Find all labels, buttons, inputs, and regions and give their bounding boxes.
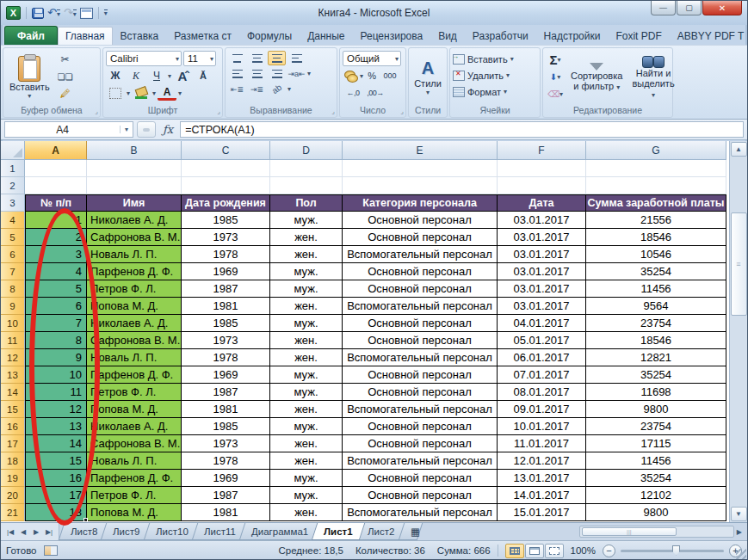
row-header-8[interactable]: 8 bbox=[1, 280, 25, 298]
align-left-button[interactable] bbox=[228, 66, 246, 81]
cell-F19[interactable]: 13.01.2017 bbox=[498, 470, 586, 487]
cell-C20[interactable]: 1987 bbox=[182, 487, 270, 504]
cell-E9[interactable]: Вспомогательный персонал bbox=[343, 298, 498, 315]
cell-B17[interactable]: Сафронова В. М. bbox=[87, 435, 182, 452]
cell-B9[interactable]: Попова М. Д. bbox=[87, 298, 182, 315]
cell-C11[interactable]: 1973 bbox=[182, 332, 270, 349]
cell-G16[interactable]: 23754 bbox=[586, 418, 726, 435]
row-header-12[interactable]: 12 bbox=[1, 349, 25, 366]
increase-font-button[interactable]: А̂ bbox=[173, 68, 192, 83]
find-select-button[interactable]: Найти ивыделить ▾ bbox=[628, 51, 677, 104]
cell-E10[interactable]: Основной персонал bbox=[343, 315, 498, 332]
copy-button[interactable]: ❏❏ bbox=[56, 69, 75, 84]
page-layout-view-button[interactable] bbox=[525, 544, 544, 558]
scroll-up-icon[interactable]: ▲ bbox=[731, 142, 747, 157]
cell-C18[interactable]: 1978 bbox=[182, 452, 270, 470]
cell-A14[interactable]: 11 bbox=[25, 384, 87, 401]
cell-F9[interactable]: 03.01.2017 bbox=[498, 298, 586, 315]
macro-record-icon[interactable] bbox=[44, 545, 58, 556]
cell-E6[interactable]: Вспомогательный персонал bbox=[343, 246, 498, 263]
row-header-9[interactable]: 9 bbox=[1, 298, 25, 315]
table-header-7[interactable]: Сумма заработной платы bbox=[586, 194, 726, 212]
cell-F8[interactable]: 03.01.2017 bbox=[498, 280, 586, 298]
cell-C13[interactable]: 1969 bbox=[182, 366, 270, 384]
cell-C15[interactable]: 1981 bbox=[182, 401, 270, 418]
cell-G19[interactable]: 35254 bbox=[586, 470, 726, 487]
select-all-corner[interactable] bbox=[1, 141, 25, 160]
format-cells-button[interactable]: Формат▾ bbox=[453, 83, 537, 100]
cell-D18[interactable]: жен. bbox=[270, 452, 343, 470]
column-header-A[interactable]: A bbox=[25, 141, 87, 160]
ribbon-tab-данные[interactable]: Данные bbox=[300, 27, 352, 45]
scroll-down-icon[interactable]: ▼ bbox=[731, 507, 747, 521]
horizontal-scroll-thumb[interactable]: ||| bbox=[582, 527, 677, 536]
zoom-level[interactable]: 100% bbox=[571, 545, 596, 556]
cell-C6[interactable]: 1978 bbox=[182, 246, 270, 263]
cell-A6[interactable]: 3 bbox=[25, 246, 87, 263]
cell-B19[interactable]: Парфенов Д. Ф. bbox=[87, 470, 182, 487]
cell-A10[interactable]: 7 bbox=[25, 315, 87, 332]
cell-A17[interactable]: 14 bbox=[25, 435, 87, 452]
column-header-E[interactable]: E bbox=[343, 141, 498, 160]
cell-A9[interactable]: 6 bbox=[25, 298, 87, 315]
close-button[interactable]: ✕ bbox=[702, 1, 742, 15]
bold-button[interactable]: Ж bbox=[106, 68, 125, 83]
first-sheet-icon[interactable]: |◀ bbox=[4, 528, 16, 536]
cell-D15[interactable]: жен. bbox=[270, 401, 343, 418]
column-header-B[interactable]: B bbox=[87, 141, 182, 160]
align-center-button[interactable] bbox=[248, 66, 266, 81]
row-header-3[interactable]: 3 bbox=[1, 194, 25, 212]
cell-D19[interactable]: муж. bbox=[270, 470, 343, 487]
cell-D13[interactable]: муж. bbox=[270, 366, 343, 384]
cell-F17[interactable]: 11.01.2017 bbox=[498, 435, 586, 452]
currency-format-button[interactable] bbox=[343, 68, 358, 83]
column-header-F[interactable]: F bbox=[498, 141, 586, 160]
increase-indent-button[interactable]: ⇥≣ bbox=[248, 82, 266, 96]
cell-D17[interactable]: жен. bbox=[270, 435, 343, 452]
fill-handle[interactable] bbox=[83, 518, 88, 522]
row-header-6[interactable]: 6 bbox=[1, 246, 25, 263]
cell-D7[interactable]: муж. bbox=[270, 263, 343, 280]
font-size-combo[interactable]: 11▾ bbox=[183, 51, 216, 66]
wrap-text-button[interactable] bbox=[287, 51, 306, 65]
row-header-14[interactable]: 14 bbox=[1, 384, 25, 401]
cell-D1[interactable] bbox=[270, 160, 343, 177]
ribbon-tab-abbyy-pdf-t[interactable]: ABBYY PDF T bbox=[670, 27, 748, 45]
cell-A16[interactable]: 13 bbox=[25, 418, 87, 435]
cell-D21[interactable]: жен. bbox=[270, 504, 343, 521]
column-header-G[interactable]: G bbox=[586, 141, 726, 160]
decrease-decimal-button[interactable]: ,00→ bbox=[365, 85, 386, 101]
cut-button[interactable]: ✂ bbox=[56, 52, 75, 67]
italic-button[interactable]: К bbox=[127, 68, 145, 83]
dialog-launcher-icon[interactable]: ⌟ bbox=[95, 108, 98, 115]
cell-B2[interactable] bbox=[87, 177, 182, 194]
font-color-button[interactable]: А bbox=[158, 85, 176, 101]
cell-E1[interactable] bbox=[343, 160, 498, 177]
cell-D6[interactable]: жен. bbox=[270, 246, 343, 263]
cell-F7[interactable]: 03.01.2017 bbox=[498, 263, 586, 280]
cell-F15[interactable]: 09.01.2017 bbox=[498, 401, 586, 418]
ribbon-tab-надстройки[interactable]: Надстройки bbox=[536, 27, 609, 45]
cell-G2[interactable] bbox=[586, 177, 726, 194]
formula-input[interactable]: =СТРОКА(A1) bbox=[180, 121, 744, 138]
cell-F12[interactable]: 06.01.2017 bbox=[498, 349, 586, 366]
ribbon-tab-foxit-pdf[interactable]: Foxit PDF bbox=[608, 27, 669, 45]
format-painter-button[interactable]: 🖉 bbox=[56, 86, 75, 102]
cell-C1[interactable] bbox=[182, 160, 270, 177]
cell-G12[interactable]: 12821 bbox=[586, 349, 726, 366]
cell-A18[interactable]: 15 bbox=[25, 452, 87, 470]
insert-function-icon[interactable]: ƒx bbox=[159, 123, 176, 136]
decrease-font-button[interactable]: А̌ bbox=[194, 68, 213, 83]
row-header-15[interactable]: 15 bbox=[1, 401, 25, 418]
zoom-out-icon[interactable]: − bbox=[603, 545, 615, 557]
fill-color-button[interactable] bbox=[132, 85, 151, 101]
styles-button[interactable]: A Стили ▾ bbox=[411, 57, 445, 98]
cell-A2[interactable] bbox=[25, 177, 87, 194]
cell-B5[interactable]: Сафронова В. М. bbox=[87, 229, 182, 246]
cell-G1[interactable] bbox=[586, 160, 726, 177]
cell-C16[interactable]: 1985 bbox=[182, 418, 270, 435]
cell-E13[interactable]: Основной персонал bbox=[343, 366, 498, 384]
zoom-thumb[interactable] bbox=[672, 545, 680, 556]
number-format-combo[interactable]: Общий▾ bbox=[343, 51, 401, 66]
align-top-button[interactable] bbox=[228, 51, 246, 65]
